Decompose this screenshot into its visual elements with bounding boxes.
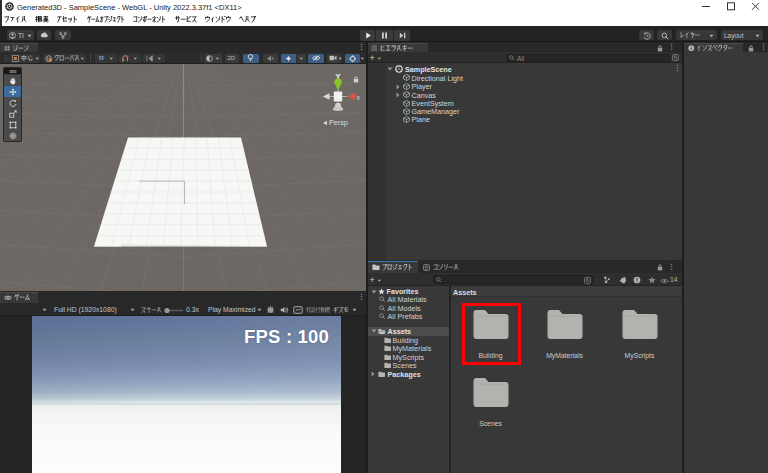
svg-text:x: x — [356, 94, 360, 101]
